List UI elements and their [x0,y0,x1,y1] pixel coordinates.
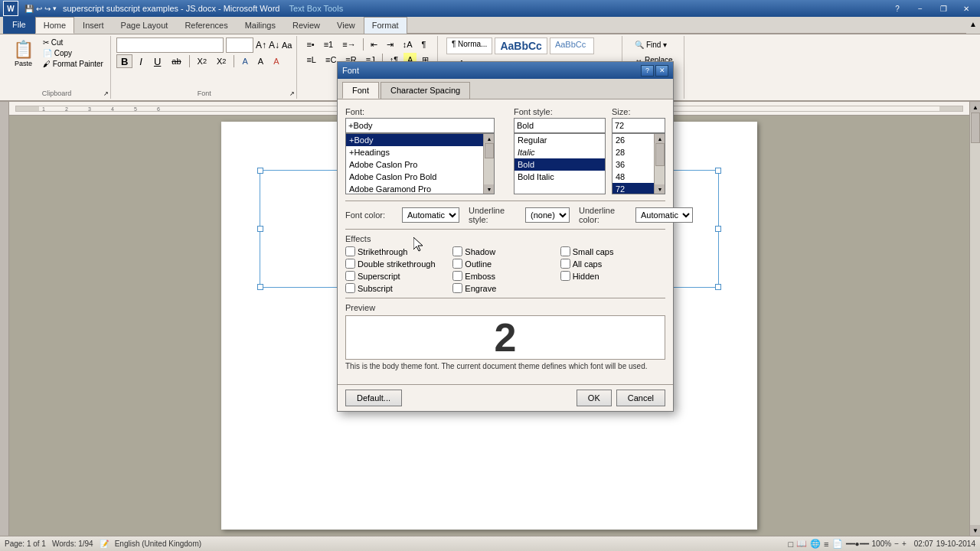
show-hide-button[interactable]: ¶ [418,37,430,51]
format-painter-button[interactable]: 🖌 Format Painter [41,59,106,69]
dialog-close-button[interactable]: ✕ [655,65,668,77]
tab-view[interactable]: View [328,17,364,34]
cancel-button[interactable]: Cancel [616,390,665,406]
style-heading2[interactable]: AaBbCc [550,37,594,54]
redo-icon[interactable]: ↪ [44,5,51,13]
scroll-up-button[interactable]: ▲ [970,102,980,112]
font-list-item-headings[interactable]: +Headings [346,146,494,158]
zoom-slider[interactable]: ━━●━━ [846,540,869,548]
ribbon-collapse-icon[interactable]: ▲ [966,17,980,34]
subscript-checkbox[interactable] [345,283,355,293]
italic-button[interactable]: I [135,54,147,68]
bold-button[interactable]: B [116,54,132,68]
superscript-checkbox[interactable] [345,271,355,281]
font-color-button[interactable]: A [270,54,283,68]
find-button[interactable]: 🔍 Find ▾ [631,37,676,51]
font-style-list[interactable]: Regular Italic Bold Bold Italic [514,133,606,194]
style-italic[interactable]: Italic [514,146,605,158]
handle-top-left[interactable] [257,168,263,174]
small-caps-checkbox[interactable] [560,246,570,256]
font-scroll-up[interactable]: ▲ [484,134,495,143]
clipboard-expand-icon[interactable]: ↗ [103,90,109,97]
decrease-font-icon[interactable]: A↓ [269,40,279,51]
font-size-input[interactable]: 72 [226,37,253,53]
scroll-down-button[interactable]: ▼ [970,525,980,536]
bullets-button[interactable]: ≡• [302,37,318,51]
style-bold[interactable]: Bold [514,158,605,171]
underline-color-select[interactable]: Automatic [635,207,693,223]
sort-button[interactable]: ↕A [399,37,416,51]
hidden-checkbox[interactable] [560,271,570,281]
underline-style-select[interactable]: (none) [525,207,570,223]
customize-icon[interactable]: ▾ [53,5,57,12]
highlight-button[interactable]: A [254,54,267,68]
tab-format[interactable]: Format [364,17,407,34]
restore-button[interactable]: ❐ [933,2,954,15]
view-web-icon[interactable]: 🌐 [810,539,821,549]
zoom-out-icon[interactable]: − [894,540,899,548]
tab-review[interactable]: Review [284,17,328,34]
save-icon[interactable]: 💾 [24,5,34,13]
language-status[interactable]: English (United Kingdom) [115,540,201,548]
tab-file[interactable]: File [3,17,35,34]
size-scroll-down[interactable]: ▼ [655,184,665,194]
handle-bottom-left[interactable] [257,284,263,290]
size-scroll-up[interactable]: ▲ [655,134,665,143]
default-button[interactable]: Default... [345,390,402,406]
font-tab[interactable]: Font [342,82,379,99]
zoom-in-icon[interactable]: + [902,540,906,548]
double-strikethrough-checkbox[interactable] [345,259,355,269]
outline-checkbox[interactable] [452,259,462,269]
size-scroll-thumb[interactable] [655,143,665,166]
minimize-button[interactable]: − [910,2,931,15]
font-style-field[interactable] [514,118,606,133]
scroll-thumb[interactable] [971,112,980,143]
font-list-item-caslon[interactable]: Adobe Caslon Pro [346,158,494,171]
font-list-scrollbar[interactable]: ▲ ▼ [483,134,494,194]
character-spacing-tab[interactable]: Character Spacing [381,82,470,99]
font-size-list[interactable]: 26 28 36 48 72 ▲ ▼ [612,133,665,194]
font-scroll-down[interactable]: ▼ [484,184,495,194]
copy-button[interactable]: 📄 Copy [41,48,106,58]
shadow-checkbox[interactable] [452,246,462,256]
tab-home[interactable]: Home [35,17,74,34]
font-list-item-caslon-bold[interactable]: Adobe Caslon Pro Bold [346,171,494,183]
style-bold-italic[interactable]: Bold Italic [514,171,605,183]
size-list-scrollbar[interactable]: ▲ ▼ [654,134,665,194]
engrave-checkbox[interactable] [452,283,462,293]
increase-indent-button[interactable]: ⇥ [383,37,397,51]
handle-top-right[interactable] [715,168,721,174]
superscript-button[interactable]: X2 [213,54,230,68]
style-normal[interactable]: ¶ Norma... [446,37,493,54]
cut-button[interactable]: ✂ Cut [41,37,106,47]
font-color-select[interactable]: Automatic [402,207,459,223]
clear-format-icon[interactable]: Aa [282,41,292,50]
font-name-input[interactable]: Calibri (Body) [116,37,224,53]
view-reading-icon[interactable]: 📖 [796,539,807,549]
help-icon[interactable]: ? [887,2,908,15]
font-name-field[interactable] [345,118,495,133]
style-regular[interactable]: Regular [514,134,605,146]
subscript-button[interactable]: X2 [194,54,211,68]
align-left-button[interactable]: ≡L [302,53,320,67]
tab-page-layout[interactable]: Page Layout [113,17,177,34]
underline-button[interactable]: U [149,54,165,68]
emboss-checkbox[interactable] [452,271,462,281]
font-scroll-thumb[interactable] [485,143,494,158]
undo-icon[interactable]: ↩ [36,5,42,13]
paste-button[interactable]: 📋Paste [8,37,39,70]
dialog-help-button[interactable]: ? [641,65,654,77]
font-list[interactable]: +Body +Headings Adobe Caslon Pro Adobe C… [345,133,495,194]
close-button[interactable]: ✕ [956,2,977,15]
font-list-item-body[interactable]: +Body [346,134,494,146]
strikethrough-checkbox[interactable] [345,246,355,256]
tab-mailings[interactable]: Mailings [237,17,284,34]
ok-button[interactable]: OK [577,390,612,406]
tab-references[interactable]: References [176,17,236,34]
handle-middle-left[interactable] [257,226,263,232]
multilevel-list-button[interactable]: ≡→ [338,37,359,51]
numbering-button[interactable]: ≡1 [320,37,338,51]
style-heading1[interactable]: AaBbCc [495,37,547,54]
font-list-item-garamond[interactable]: Adobe Garamond Pro [346,183,494,194]
handle-bottom-right[interactable] [715,284,721,290]
